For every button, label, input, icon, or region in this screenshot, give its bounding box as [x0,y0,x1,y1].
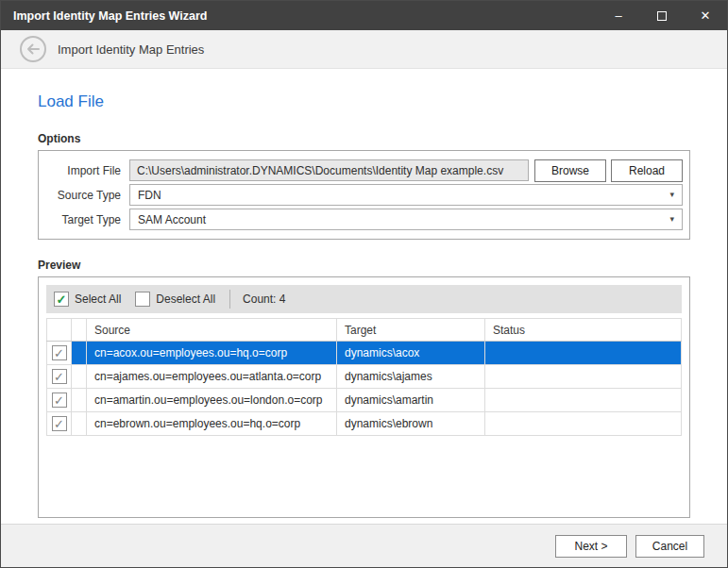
toolbar-separator [229,290,230,309]
wizard-window: Import Identity Map Entries Wizard – ✕ I… [0,0,728,568]
options-section-label: Options [38,132,690,145]
table-header-row: Source Target Status [47,319,682,342]
cell-target: dynamics\amartin [337,389,485,412]
deselect-all-checkbox[interactable] [135,292,150,307]
row-checkbox[interactable]: ✓ [52,416,67,431]
cell-status [485,412,682,436]
cell-source: cn=ebrown.ou=employees.ou=hq.o=corp [87,412,337,436]
source-type-label: Source Type [45,189,121,202]
cell-target: dynamics\ebrown [337,412,485,436]
select-all-checkbox[interactable]: ✓ [54,292,69,307]
window-title: Import Identity Map Entries Wizard [1,9,597,23]
cell-status [485,342,682,365]
cell-source: cn=amartin.ou=employees.ou=london.o=corp [87,389,337,412]
preview-table-body: ✓cn=acox.ou=employees.ou=hq.o=corpdynami… [47,342,682,436]
target-type-row: Target Type SAM Account ▾ [45,209,683,230]
reload-button[interactable]: Reload [611,159,683,182]
row-indicator [72,412,87,436]
close-icon: ✕ [701,8,711,23]
maximize-icon [657,11,667,21]
page-title: Load File [38,92,690,111]
minimize-button[interactable]: – [597,1,640,30]
preview-panel: ✓ Select All Deselect All Count: 4 [38,276,690,518]
header-indicator-col [72,319,87,342]
minimize-icon: – [615,8,621,23]
select-all-label[interactable]: Select All [75,292,121,306]
cell-target: dynamics\acox [337,342,485,365]
cell-source: cn=ajames.ou=employees.ou=atlanta.o=corp [87,365,337,389]
row-checkbox[interactable]: ✓ [52,345,67,360]
chevron-down-icon: ▾ [669,191,674,199]
preview-toolbar: ✓ Select All Deselect All Count: 4 [46,285,682,313]
row-indicator [72,365,87,389]
source-type-value: FDN [138,189,161,202]
chevron-down-icon: ▾ [669,215,674,224]
import-file-label: Import File [45,164,121,177]
target-type-label: Target Type [45,213,121,226]
window-controls: – ✕ [597,1,727,30]
browse-button[interactable]: Browse [534,159,606,182]
cell-target: dynamics\ajames [337,365,485,389]
options-panel: Import File C:\Users\administrator.DYNAM… [38,150,690,240]
next-button[interactable]: Next > [555,535,627,558]
header-target[interactable]: Target [337,319,485,342]
source-type-row: Source Type FDN ▾ [45,184,683,206]
row-indicator [72,389,87,412]
target-type-value: SAM Account [138,213,206,226]
import-file-field[interactable]: C:\Users\administrator.DYNAMICS\Document… [129,159,529,181]
count-label: Count: 4 [243,292,285,306]
source-type-dropdown[interactable]: FDN ▾ [129,184,683,206]
row-checkbox[interactable]: ✓ [52,393,67,408]
maximize-button[interactable] [640,1,684,30]
row-indicator [72,342,87,365]
row-checkbox[interactable]: ✓ [52,369,67,384]
table-row[interactable]: ✓cn=ajames.ou=employees.ou=atlanta.o=cor… [47,365,682,389]
wizard-header: Import Identity Map Entries [1,30,727,69]
table-row[interactable]: ✓cn=amartin.ou=employees.ou=london.o=cor… [47,389,682,412]
footer-bar: Next > Cancel [1,524,727,567]
deselect-all-label[interactable]: Deselect All [156,292,215,306]
back-arrow-icon[interactable] [19,35,47,63]
wizard-content: Load File Options Import File C:\Users\a… [1,69,727,524]
close-button[interactable]: ✕ [684,1,727,30]
header-source[interactable]: Source [87,319,337,342]
title-bar: Import Identity Map Entries Wizard – ✕ [1,1,727,30]
cell-status [485,365,682,389]
header-status[interactable]: Status [485,319,682,342]
table-row[interactable]: ✓cn=ebrown.ou=employees.ou=hq.o=corpdyna… [47,412,682,436]
target-type-dropdown[interactable]: SAM Account ▾ [129,209,683,230]
cancel-button[interactable]: Cancel [635,535,704,558]
table-row[interactable]: ✓cn=acox.ou=employees.ou=hq.o=corpdynami… [47,342,682,365]
wizard-header-title: Import Identity Map Entries [58,42,204,57]
cell-status [485,389,682,412]
cell-source: cn=acox.ou=employees.ou=hq.o=corp [87,342,337,365]
import-file-row: Import File C:\Users\administrator.DYNAM… [45,159,683,181]
preview-section-label: Preview [38,259,690,272]
preview-table: Source Target Status ✓cn=acox.ou=employe… [46,318,682,510]
header-checkbox-col [47,319,72,342]
